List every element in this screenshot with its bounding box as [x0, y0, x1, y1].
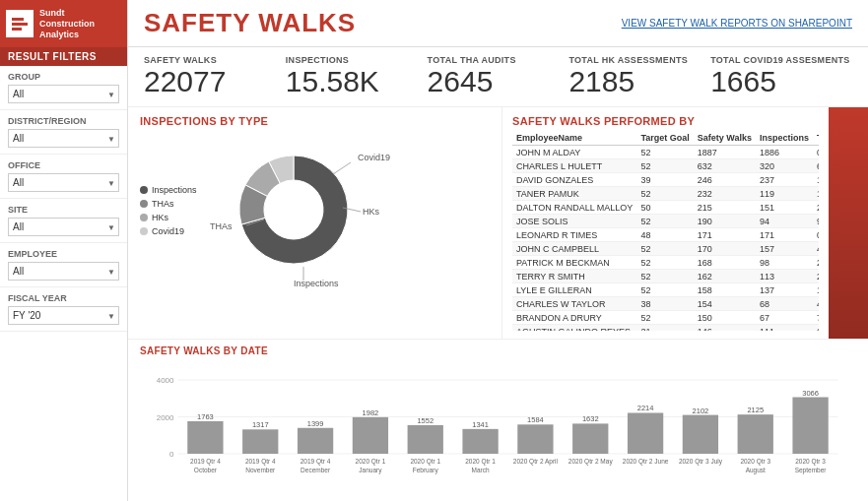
- bar-8[interactable]: [628, 412, 663, 454]
- legend-dot-1: [140, 200, 148, 208]
- filter-select-district[interactable]: All: [8, 129, 119, 148]
- filter-select-group[interactable]: All: [8, 85, 119, 103]
- legend-label-0: Inspections: [152, 185, 197, 195]
- col-header-employeename: EmployeeName: [512, 131, 636, 146]
- bar-7[interactable]: [572, 423, 608, 454]
- table-cell-0-2: 1887: [694, 146, 756, 159]
- table-cell-9-1: 52: [636, 270, 693, 283]
- filter-label-office: OFFICE: [8, 160, 119, 170]
- kpi-value-0: 22077: [144, 67, 286, 96]
- kpi-value-2: 2645: [428, 67, 569, 96]
- legend-dot-0: [140, 186, 148, 194]
- table-cell-13-3: 111: [756, 325, 813, 332]
- select-wrapper-office: All: [8, 173, 119, 192]
- result-filters-label: RESULT FILTERS: [0, 47, 127, 66]
- legend-item-0: Inspections: [140, 185, 197, 195]
- table-cell-13-1: 21: [636, 325, 693, 332]
- table-cell-10-2: 158: [694, 283, 756, 297]
- select-wrapper-employee: All: [8, 262, 119, 281]
- table-cell-12-2: 150: [694, 311, 756, 325]
- kpi-row: SAFETY WALKS 22077 INSPECTIONS 15.58K TO…: [128, 47, 868, 107]
- kpi-item-1: INSPECTIONS 15.58K: [286, 55, 428, 96]
- sharepoint-link[interactable]: VIEW SAFETY WALK REPORTS ON SHAREPOINT: [622, 18, 852, 29]
- filter-label-fiscal_year: FISCAL YEAR: [8, 293, 119, 303]
- filter-label-site: SITE: [8, 205, 119, 215]
- bar-x-label-3-0: 2020 Qtr 1: [356, 458, 386, 466]
- bar-x-label-4-0: 2020 Qtr 1: [410, 458, 440, 466]
- filter-select-fiscal_year[interactable]: FY '20: [8, 306, 119, 325]
- content-row: INSPECTIONS BY TYPE Inspections THAs HKs…: [128, 107, 868, 501]
- filter-label-employee: EMPLOYEE: [8, 249, 119, 259]
- filter-select-office[interactable]: All: [8, 173, 119, 192]
- table-cell-9-0: TERRY R SMITH: [512, 270, 636, 283]
- bar-5[interactable]: [462, 429, 498, 454]
- table-cell-0-0: JOHN M ALDAY: [512, 146, 636, 159]
- decorative-strip: [829, 107, 868, 339]
- table-row: CHARLES W TAYLOR381546845392: [512, 297, 819, 311]
- chart-legend: Inspections THAs HKs Covid19: [140, 185, 197, 236]
- bar-x-label-11-1: September: [795, 467, 828, 474]
- table-row: DAVID GONZALES39246237126: [512, 173, 819, 187]
- table-cell-1-0: CHARLES L HULETT: [512, 159, 636, 173]
- table-cell-6-4: 0: [813, 228, 819, 242]
- filter-group-site: SITE All: [0, 199, 127, 243]
- table-cell-5-1: 52: [636, 215, 693, 228]
- bar-11[interactable]: [792, 398, 828, 454]
- donut-chart: Covid19 HKs THAs Inspections: [205, 131, 402, 290]
- table-row: TANER PAMUK52232119100108: [512, 187, 819, 201]
- col-header-thas: THAs: [813, 131, 819, 146]
- table-cell-13-0: AGUSTIN GALINDO REYES: [512, 325, 636, 332]
- kpi-label-0: SAFETY WALKS: [144, 55, 286, 65]
- table-cell-2-4: 1: [813, 173, 819, 187]
- filter-group-office: OFFICE All: [0, 155, 127, 199]
- table-cell-11-0: CHARLES W TAYLOR: [512, 297, 636, 311]
- legend-item-2: HKs: [140, 213, 197, 222]
- bar-3[interactable]: [353, 417, 388, 454]
- bar-9[interactable]: [683, 415, 718, 454]
- bar-x-label-10-1: August: [746, 467, 766, 474]
- bar-x-label-2-1: December: [300, 467, 331, 473]
- thas-label: THAs: [210, 221, 233, 231]
- select-wrapper-group: All: [8, 85, 119, 103]
- bar-value-label-2: 1399: [307, 419, 324, 428]
- bar-chart-svg: 40002000017632019 Qtr 4October13172019 Q…: [140, 360, 856, 488]
- filter-select-site[interactable]: All: [8, 218, 119, 236]
- bar-x-label-7-0: 2020 Qtr 2 May: [568, 458, 614, 466]
- bar-value-label-9: 2102: [693, 407, 709, 415]
- bar-6[interactable]: [517, 424, 553, 454]
- bar-2[interactable]: [298, 428, 333, 454]
- table-cell-3-0: TANER PAMUK: [512, 187, 636, 201]
- table-cell-12-0: BRANDON A DRURY: [512, 311, 636, 325]
- bar-4[interactable]: [408, 425, 443, 454]
- table-cell-9-4: 25: [813, 270, 819, 283]
- kpi-value-3: 2185: [568, 67, 710, 96]
- table-cell-6-2: 171: [694, 228, 756, 242]
- bar-0[interactable]: [187, 421, 223, 454]
- bar-1[interactable]: [242, 429, 278, 454]
- page-title: SAFETY WALKS: [144, 8, 356, 38]
- table-cell-4-3: 151: [756, 201, 813, 215]
- table-cell-5-4: 96: [813, 215, 819, 228]
- table-cell-7-0: JOHN C CAMPBELL: [512, 242, 636, 256]
- table-cell-3-1: 52: [636, 187, 693, 201]
- bar-chart-title: SAFETY WALKS BY DATE: [140, 345, 856, 356]
- filter-group-employee: EMPLOYEE All: [0, 243, 127, 287]
- filter-select-employee[interactable]: All: [8, 262, 119, 281]
- bar-x-label-5-0: 2020 Qtr 1: [465, 458, 496, 466]
- table-cell-7-1: 52: [636, 242, 693, 256]
- table-row: JOHN C CAMPBELL5217015747: [512, 242, 819, 256]
- hks-label: HKs: [363, 207, 380, 217]
- table-cell-12-1: 52: [636, 311, 693, 325]
- right-panel: SAFETY WALKS PERFORMED BY EmployeeNameTa…: [502, 107, 829, 339]
- table-cell-1-2: 632: [694, 159, 756, 173]
- bar-value-label-4: 1552: [417, 416, 434, 425]
- table-cell-10-3: 137: [756, 283, 813, 297]
- bar-x-label-0-1: October: [194, 467, 218, 473]
- bar-value-label-7: 1632: [582, 414, 599, 423]
- bar-value-label-5: 1341: [472, 420, 489, 429]
- table-cell-7-4: 4: [813, 242, 819, 256]
- main-content: SAFETY WALKS VIEW SAFETY WALK REPORTS ON…: [128, 0, 868, 501]
- table-cell-2-2: 246: [694, 173, 756, 187]
- bar-10[interactable]: [738, 414, 773, 454]
- covid-label: Covid19: [358, 153, 390, 162]
